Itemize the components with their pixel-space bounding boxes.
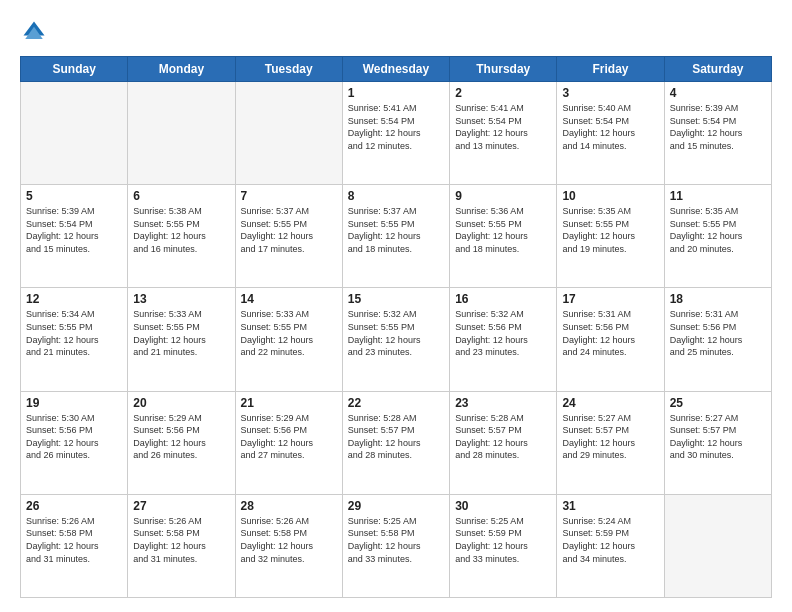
day-info: Sunrise: 5:29 AM Sunset: 5:56 PM Dayligh… [241,412,337,462]
day-number: 17 [562,292,658,306]
day-number: 5 [26,189,122,203]
day-number: 23 [455,396,551,410]
calendar-cell [235,82,342,185]
calendar-cell: 20Sunrise: 5:29 AM Sunset: 5:56 PM Dayli… [128,391,235,494]
calendar-cell: 22Sunrise: 5:28 AM Sunset: 5:57 PM Dayli… [342,391,449,494]
day-number: 12 [26,292,122,306]
calendar-cell: 1Sunrise: 5:41 AM Sunset: 5:54 PM Daylig… [342,82,449,185]
day-number: 18 [670,292,766,306]
weekday-header: Sunday [21,57,128,82]
day-info: Sunrise: 5:25 AM Sunset: 5:59 PM Dayligh… [455,515,551,565]
day-info: Sunrise: 5:33 AM Sunset: 5:55 PM Dayligh… [133,308,229,358]
day-info: Sunrise: 5:34 AM Sunset: 5:55 PM Dayligh… [26,308,122,358]
calendar-cell: 4Sunrise: 5:39 AM Sunset: 5:54 PM Daylig… [664,82,771,185]
day-info: Sunrise: 5:26 AM Sunset: 5:58 PM Dayligh… [26,515,122,565]
day-number: 29 [348,499,444,513]
calendar-cell [21,82,128,185]
calendar-cell: 21Sunrise: 5:29 AM Sunset: 5:56 PM Dayli… [235,391,342,494]
calendar-cell: 13Sunrise: 5:33 AM Sunset: 5:55 PM Dayli… [128,288,235,391]
day-info: Sunrise: 5:39 AM Sunset: 5:54 PM Dayligh… [670,102,766,152]
day-number: 14 [241,292,337,306]
day-info: Sunrise: 5:27 AM Sunset: 5:57 PM Dayligh… [562,412,658,462]
day-info: Sunrise: 5:40 AM Sunset: 5:54 PM Dayligh… [562,102,658,152]
calendar-cell: 31Sunrise: 5:24 AM Sunset: 5:59 PM Dayli… [557,494,664,597]
day-info: Sunrise: 5:27 AM Sunset: 5:57 PM Dayligh… [670,412,766,462]
day-number: 27 [133,499,229,513]
calendar-cell: 2Sunrise: 5:41 AM Sunset: 5:54 PM Daylig… [450,82,557,185]
calendar-cell: 7Sunrise: 5:37 AM Sunset: 5:55 PM Daylig… [235,185,342,288]
calendar-cell: 19Sunrise: 5:30 AM Sunset: 5:56 PM Dayli… [21,391,128,494]
calendar-cell: 10Sunrise: 5:35 AM Sunset: 5:55 PM Dayli… [557,185,664,288]
day-number: 13 [133,292,229,306]
day-info: Sunrise: 5:38 AM Sunset: 5:55 PM Dayligh… [133,205,229,255]
day-number: 9 [455,189,551,203]
day-info: Sunrise: 5:33 AM Sunset: 5:55 PM Dayligh… [241,308,337,358]
day-info: Sunrise: 5:28 AM Sunset: 5:57 PM Dayligh… [348,412,444,462]
calendar-cell: 15Sunrise: 5:32 AM Sunset: 5:55 PM Dayli… [342,288,449,391]
calendar-cell: 23Sunrise: 5:28 AM Sunset: 5:57 PM Dayli… [450,391,557,494]
day-info: Sunrise: 5:39 AM Sunset: 5:54 PM Dayligh… [26,205,122,255]
calendar-cell: 27Sunrise: 5:26 AM Sunset: 5:58 PM Dayli… [128,494,235,597]
calendar-cell: 12Sunrise: 5:34 AM Sunset: 5:55 PM Dayli… [21,288,128,391]
calendar-cell: 11Sunrise: 5:35 AM Sunset: 5:55 PM Dayli… [664,185,771,288]
header [20,18,772,46]
weekday-header: Friday [557,57,664,82]
calendar-cell: 26Sunrise: 5:26 AM Sunset: 5:58 PM Dayli… [21,494,128,597]
calendar-cell: 24Sunrise: 5:27 AM Sunset: 5:57 PM Dayli… [557,391,664,494]
day-number: 10 [562,189,658,203]
day-number: 8 [348,189,444,203]
page: SundayMondayTuesdayWednesdayThursdayFrid… [0,0,792,612]
day-number: 28 [241,499,337,513]
day-number: 6 [133,189,229,203]
day-info: Sunrise: 5:35 AM Sunset: 5:55 PM Dayligh… [562,205,658,255]
calendar-cell: 6Sunrise: 5:38 AM Sunset: 5:55 PM Daylig… [128,185,235,288]
calendar-cell: 5Sunrise: 5:39 AM Sunset: 5:54 PM Daylig… [21,185,128,288]
day-info: Sunrise: 5:32 AM Sunset: 5:55 PM Dayligh… [348,308,444,358]
day-number: 24 [562,396,658,410]
weekday-header: Thursday [450,57,557,82]
day-info: Sunrise: 5:32 AM Sunset: 5:56 PM Dayligh… [455,308,551,358]
calendar-cell: 18Sunrise: 5:31 AM Sunset: 5:56 PM Dayli… [664,288,771,391]
day-info: Sunrise: 5:41 AM Sunset: 5:54 PM Dayligh… [348,102,444,152]
day-number: 20 [133,396,229,410]
day-number: 22 [348,396,444,410]
day-info: Sunrise: 5:31 AM Sunset: 5:56 PM Dayligh… [670,308,766,358]
calendar-cell: 28Sunrise: 5:26 AM Sunset: 5:58 PM Dayli… [235,494,342,597]
day-number: 7 [241,189,337,203]
day-info: Sunrise: 5:41 AM Sunset: 5:54 PM Dayligh… [455,102,551,152]
day-number: 15 [348,292,444,306]
calendar-cell: 17Sunrise: 5:31 AM Sunset: 5:56 PM Dayli… [557,288,664,391]
day-info: Sunrise: 5:25 AM Sunset: 5:58 PM Dayligh… [348,515,444,565]
weekday-header: Monday [128,57,235,82]
calendar-cell [128,82,235,185]
day-info: Sunrise: 5:36 AM Sunset: 5:55 PM Dayligh… [455,205,551,255]
day-info: Sunrise: 5:24 AM Sunset: 5:59 PM Dayligh… [562,515,658,565]
day-info: Sunrise: 5:26 AM Sunset: 5:58 PM Dayligh… [133,515,229,565]
day-info: Sunrise: 5:37 AM Sunset: 5:55 PM Dayligh… [241,205,337,255]
day-info: Sunrise: 5:30 AM Sunset: 5:56 PM Dayligh… [26,412,122,462]
weekday-header: Wednesday [342,57,449,82]
day-number: 2 [455,86,551,100]
day-info: Sunrise: 5:37 AM Sunset: 5:55 PM Dayligh… [348,205,444,255]
calendar-cell: 29Sunrise: 5:25 AM Sunset: 5:58 PM Dayli… [342,494,449,597]
weekday-header: Saturday [664,57,771,82]
calendar-cell: 25Sunrise: 5:27 AM Sunset: 5:57 PM Dayli… [664,391,771,494]
logo [20,18,52,46]
calendar-cell: 14Sunrise: 5:33 AM Sunset: 5:55 PM Dayli… [235,288,342,391]
calendar-cell: 30Sunrise: 5:25 AM Sunset: 5:59 PM Dayli… [450,494,557,597]
day-info: Sunrise: 5:31 AM Sunset: 5:56 PM Dayligh… [562,308,658,358]
day-number: 26 [26,499,122,513]
day-number: 11 [670,189,766,203]
weekday-header: Tuesday [235,57,342,82]
day-number: 4 [670,86,766,100]
day-number: 21 [241,396,337,410]
day-number: 30 [455,499,551,513]
day-info: Sunrise: 5:26 AM Sunset: 5:58 PM Dayligh… [241,515,337,565]
logo-icon [20,18,48,46]
calendar-cell: 3Sunrise: 5:40 AM Sunset: 5:54 PM Daylig… [557,82,664,185]
day-info: Sunrise: 5:35 AM Sunset: 5:55 PM Dayligh… [670,205,766,255]
day-info: Sunrise: 5:28 AM Sunset: 5:57 PM Dayligh… [455,412,551,462]
day-number: 19 [26,396,122,410]
day-info: Sunrise: 5:29 AM Sunset: 5:56 PM Dayligh… [133,412,229,462]
day-number: 3 [562,86,658,100]
